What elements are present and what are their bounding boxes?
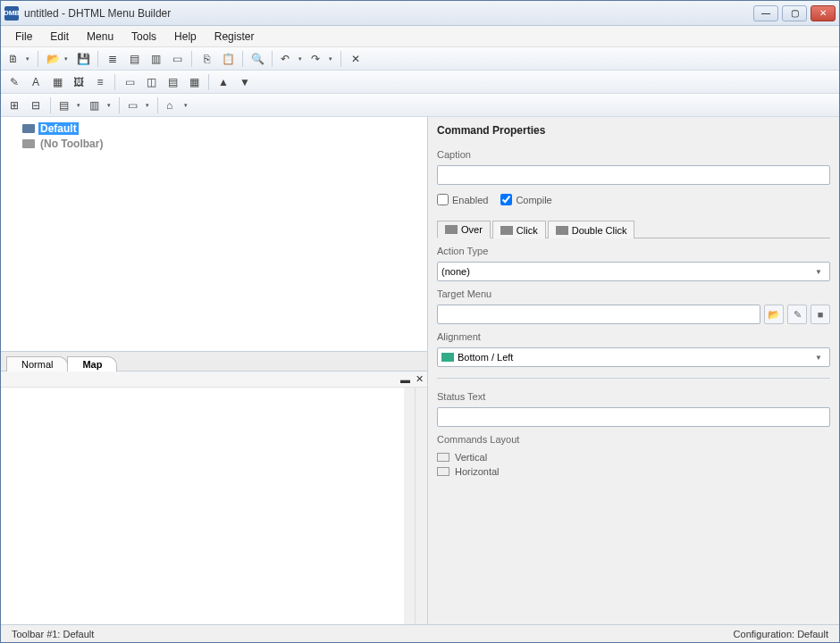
box3-icon[interactable]: ▤ (163, 72, 182, 92)
scrollbar[interactable] (415, 388, 427, 624)
app-icon: DMB (4, 6, 19, 21)
cursor-icon (556, 226, 568, 235)
tool-e-icon[interactable]: ▭ (124, 96, 153, 115)
titlebar: DMB untitled - DHTML Menu Builder — ▢ ✕ (1, 1, 839, 26)
align-button-3[interactable]: ▥ (146, 49, 165, 69)
compile-checkbox[interactable]: Compile (500, 194, 551, 205)
chevron-down-icon: ▼ (815, 354, 826, 362)
separator (38, 51, 38, 67)
tree-view[interactable]: Default (No Toolbar) (1, 117, 427, 351)
toolbar-format: ✎ A ▦ 🖼 ≡ ▭ ◫ ▤ ▦ ▲ ▼ (1, 71, 839, 94)
save-button[interactable]: 💾 (73, 49, 93, 69)
menu-tools[interactable]: Tools (122, 28, 165, 46)
menubar: File Edit Menu Tools Help Register (1, 26, 839, 47)
align-button-2[interactable]: ▤ (124, 49, 144, 69)
image-icon[interactable]: ▦ (47, 72, 67, 92)
tab-map[interactable]: Map (67, 356, 117, 372)
tab-over[interactable]: Over (437, 221, 491, 238)
caption-label: Caption (437, 149, 830, 160)
enabled-checkbox[interactable]: Enabled (437, 194, 488, 205)
close-pane-icon[interactable]: ✕ (416, 373, 424, 385)
align-button-4[interactable]: ▭ (167, 49, 187, 69)
maximize-button[interactable]: ▢ (782, 5, 807, 21)
commands-layout-label: Commands Layout (437, 434, 830, 445)
edit-target-button[interactable]: ✎ (787, 305, 807, 324)
window-title: untitled - DHTML Menu Builder (24, 7, 753, 20)
separator (208, 74, 209, 90)
status-text-input[interactable] (437, 407, 830, 427)
box2-icon[interactable]: ◫ (141, 72, 161, 92)
tab-click[interactable]: Click (492, 221, 546, 238)
separator (119, 97, 120, 113)
event-tabs: Over Click Double Click (437, 220, 830, 238)
align-button-1[interactable]: ≣ (103, 49, 122, 69)
box1-icon[interactable]: ▭ (120, 72, 139, 92)
left-pane: Default (No Toolbar) Normal Map ▬ ✕ (1, 117, 428, 624)
separator (50, 97, 51, 113)
statusbar: Toolbar #1: Default Configuration: Defau… (1, 624, 839, 642)
find-button[interactable]: 🔍 (248, 49, 267, 69)
minimize-pane-icon[interactable]: ▬ (400, 374, 410, 385)
caption-input[interactable] (437, 165, 830, 185)
tree-label: Default (38, 122, 79, 135)
menu-edit[interactable]: Edit (41, 28, 78, 46)
delete-button[interactable]: ✕ (346, 49, 365, 69)
close-button[interactable]: ✕ (811, 5, 836, 21)
tab-normal[interactable]: Normal (6, 356, 68, 372)
tool-c-icon[interactable]: ▤ (55, 96, 84, 115)
tab-doubleclick[interactable]: Double Click (548, 221, 635, 238)
new-button[interactable]: 🗎 (4, 49, 33, 69)
menu-file[interactable]: File (6, 28, 41, 46)
tree-label: (No Toolbar) (38, 138, 105, 150)
undo-button[interactable]: ↶ (277, 49, 306, 69)
minimize-button[interactable]: — (753, 5, 778, 21)
toolbar-extra: ⊞ ⊟ ▤ ▥ ▭ ⌂ (1, 94, 839, 117)
tool-f-icon[interactable]: ⌂ (163, 96, 191, 115)
divider (437, 378, 830, 379)
enabled-check[interactable] (437, 194, 449, 205)
menu-help[interactable]: Help (165, 28, 206, 46)
layout-vertical-option[interactable]: Vertical (437, 450, 830, 464)
separator (157, 97, 158, 113)
redo-button[interactable]: ↷ (307, 49, 336, 69)
alignment-select[interactable]: Bottom / Left ▼ (437, 347, 830, 367)
menu-register[interactable]: Register (206, 28, 264, 46)
cursor-icon (500, 226, 513, 235)
target-menu-input[interactable] (437, 305, 760, 324)
layout-horizontal-option[interactable]: Horizontal (437, 464, 830, 479)
text-icon[interactable]: A (26, 72, 46, 92)
status-right: Configuration: Default (728, 629, 834, 639)
action-type-select[interactable]: (none) ▼ (437, 262, 830, 281)
toolbar-icon (22, 139, 35, 148)
preview-content[interactable] (1, 388, 415, 624)
edit-icon[interactable]: ✎ (4, 72, 24, 92)
paste-button[interactable]: 📋 (218, 49, 238, 69)
separator (242, 51, 243, 67)
compile-check[interactable] (500, 194, 512, 205)
separator (97, 51, 98, 67)
action-type-label: Action Type (437, 246, 830, 256)
box4-icon[interactable]: ▦ (184, 72, 204, 92)
up-icon[interactable]: ▲ (214, 72, 233, 92)
separator (272, 51, 273, 67)
tool-b-icon[interactable]: ⊟ (26, 96, 46, 115)
tool-d-icon[interactable]: ▥ (86, 96, 114, 115)
list-icon[interactable]: ≡ (90, 72, 110, 92)
status-left: Toolbar #1: Default (6, 629, 99, 639)
open-button[interactable]: 📂 (43, 49, 71, 69)
browse-button[interactable]: 📂 (764, 305, 784, 324)
tree-node-no-toolbar[interactable]: (No Toolbar) (6, 136, 422, 151)
preview-pane: ▬ ✕ (1, 371, 427, 624)
left-tabs: Normal Map (1, 351, 427, 371)
copy-button[interactable]: ⎘ (197, 49, 216, 69)
menu-icon (22, 124, 35, 133)
tree-node-default[interactable]: Default (6, 121, 422, 136)
separator (114, 74, 115, 90)
clear-target-button[interactable]: ■ (811, 305, 830, 324)
separator (340, 51, 341, 67)
down-icon[interactable]: ▼ (235, 72, 255, 92)
properties-pane: Command Properties Caption Enabled Compi… (428, 117, 839, 624)
menu-menu[interactable]: Menu (78, 28, 122, 46)
tool-a-icon[interactable]: ⊞ (4, 96, 24, 115)
image2-icon[interactable]: 🖼 (69, 72, 88, 92)
